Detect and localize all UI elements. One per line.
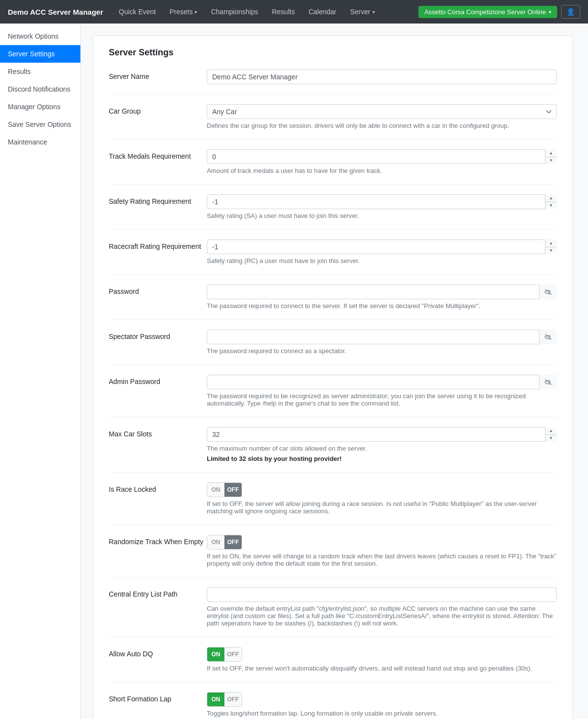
randomize-track-on-label: ON	[207, 535, 224, 549]
allow-auto-dq-on-label: ON	[207, 647, 224, 661]
is-race-locked-toggle[interactable]: ON OFF	[207, 482, 242, 497]
track-medals-row: Track Medals Requirement ▲ ▼ Amount of t…	[109, 149, 557, 185]
nav-results[interactable]: Results	[266, 4, 301, 20]
safety-rating-help: Safety rating (SA) a user must have to j…	[207, 212, 557, 219]
track-medals-label: Track Medals Requirement	[109, 149, 207, 160]
safety-rating-up[interactable]: ▲	[545, 194, 557, 202]
sidebar: Network Options Server Settings Results …	[0, 24, 81, 719]
max-car-slots-row: Max Car Slots ▲ ▼ The maximum number of …	[109, 427, 557, 473]
randomize-track-control: ON OFF If set to ON, the server will cha…	[207, 535, 557, 567]
safety-rating-down[interactable]: ▼	[545, 202, 557, 210]
server-name-control	[207, 70, 557, 84]
user-menu-button[interactable]: 👤	[561, 5, 580, 19]
track-medals-down[interactable]: ▼	[545, 157, 557, 165]
admin-password-label: Admin Password	[109, 375, 207, 385]
password-toggle-visibility[interactable]	[539, 285, 557, 299]
max-car-slots-help: The maximum number of car slots allowed …	[207, 445, 557, 452]
randomize-track-label: Randomize Track When Empty	[109, 535, 207, 546]
sidebar-item-network-options[interactable]: Network Options	[0, 27, 80, 45]
navbar-right: Assetto Corsa Competizione Server Online…	[418, 5, 580, 19]
safety-rating-input[interactable]	[207, 194, 557, 209]
nav-server[interactable]: Server ▾	[344, 4, 380, 20]
nav-championships[interactable]: Championships	[205, 4, 264, 20]
server-caret-icon: ▾	[372, 9, 375, 15]
nav-presets[interactable]: Presets ▾	[164, 4, 203, 20]
is-race-locked-control: ON OFF If set to OFF, the server will al…	[207, 482, 557, 515]
layout: Network Options Server Settings Results …	[0, 24, 588, 719]
car-group-control: Any Car GT3 GT4 Cup Defines the car grou…	[207, 104, 557, 129]
short-formation-lap-on-label: ON	[207, 693, 224, 706]
sidebar-item-server-settings[interactable]: Server Settings	[0, 45, 80, 63]
car-group-select[interactable]: Any Car GT3 GT4 Cup	[207, 104, 557, 119]
racecraft-rating-spinwrap: ▲ ▼	[207, 240, 557, 254]
racecraft-rating-up[interactable]: ▲	[545, 240, 557, 247]
page-title: Server Settings	[109, 48, 557, 58]
sidebar-item-save-server-options[interactable]: Save Server Options	[0, 116, 80, 133]
short-formation-lap-off-label: OFF	[224, 693, 242, 706]
main-content: Server Settings Server Name Car Group An…	[81, 24, 588, 719]
max-car-slots-spinwrap: ▲ ▼	[207, 427, 557, 442]
navbar-brand: Demo ACC Server Manager	[8, 8, 103, 16]
max-car-slots-up[interactable]: ▲	[545, 427, 557, 435]
is-race-locked-on-label: ON	[207, 483, 224, 497]
central-entry-list-help: Can override the default entryList path …	[207, 605, 557, 627]
short-formation-lap-row: Short Formation Lap ON OFF Toggles long/…	[109, 692, 557, 719]
randomize-track-toggle[interactable]: ON OFF	[207, 535, 242, 550]
safety-rating-label: Safety Rating Requirement	[109, 194, 207, 205]
password-help: The password required to connect to the …	[207, 302, 557, 310]
sidebar-item-maintenance[interactable]: Maintenance	[0, 133, 80, 151]
password-row: Password The password required to connec…	[109, 285, 557, 320]
spectator-password-input[interactable]	[207, 330, 557, 344]
randomize-track-off-label: OFF	[224, 535, 242, 549]
is-race-locked-row: Is Race Locked ON OFF If set to OFF, the…	[109, 482, 557, 525]
racecraft-rating-down[interactable]: ▼	[545, 247, 557, 255]
spectator-password-toggle-visibility[interactable]	[539, 330, 557, 344]
track-medals-input[interactable]	[207, 149, 557, 164]
allow-auto-dq-control: ON OFF If set to OFF, the server won't a…	[207, 647, 557, 672]
spectator-password-help: The password required to connect as a sp…	[207, 347, 557, 355]
admin-password-input[interactable]	[207, 375, 557, 389]
short-formation-lap-toggle[interactable]: ON OFF	[207, 692, 242, 707]
admin-password-wrap	[207, 375, 557, 389]
eye-slash-icon-spectator	[544, 334, 552, 340]
server-name-input[interactable]	[207, 70, 557, 84]
password-control: The password required to connect to the …	[207, 285, 557, 310]
max-car-slots-spinner: ▲ ▼	[545, 427, 557, 442]
randomize-track-row: Randomize Track When Empty ON OFF If set…	[109, 535, 557, 577]
admin-password-help: The password required to be recognized a…	[207, 392, 557, 407]
allow-auto-dq-help: If set to OFF, the server won't automati…	[207, 665, 557, 672]
admin-password-row: Admin Password The password required to …	[109, 375, 557, 417]
track-medals-spinwrap: ▲ ▼	[207, 149, 557, 164]
short-formation-lap-help: Toggles long/short formation lap. Long f…	[207, 710, 557, 717]
server-status-badge[interactable]: Assetto Corsa Competizione Server Online…	[418, 6, 557, 18]
allow-auto-dq-off-label: OFF	[224, 647, 242, 661]
spectator-password-control: The password required to connect as a sp…	[207, 330, 557, 355]
nav-quick-event[interactable]: Quick Event	[113, 4, 162, 20]
sidebar-item-discord-notifications[interactable]: Discord Notifications	[0, 80, 80, 98]
short-formation-lap-label: Short Formation Lap	[109, 692, 207, 703]
content-box: Server Settings Server Name Car Group An…	[93, 35, 573, 719]
admin-password-toggle-visibility[interactable]	[539, 375, 557, 389]
password-wrap	[207, 285, 557, 299]
sidebar-item-results[interactable]: Results	[0, 63, 80, 80]
track-medals-up[interactable]: ▲	[545, 149, 557, 157]
central-entry-list-input[interactable]	[207, 587, 557, 602]
password-input[interactable]	[207, 285, 557, 299]
central-entry-list-row: Central Entry List Path Can override the…	[109, 587, 557, 637]
nav-calendar[interactable]: Calendar	[303, 4, 343, 20]
safety-rating-row: Safety Rating Requirement ▲ ▼ Safety rat…	[109, 194, 557, 230]
server-name-label: Server Name	[109, 70, 207, 80]
car-group-label: Car Group	[109, 104, 207, 115]
max-car-slots-down[interactable]: ▼	[545, 435, 557, 442]
racecraft-rating-row: Racecraft Rating Requirement ▲ ▼ Safety …	[109, 240, 557, 275]
max-car-slots-input[interactable]	[207, 427, 557, 442]
allow-auto-dq-toggle[interactable]: ON OFF	[207, 647, 242, 662]
max-car-slots-label: Max Car Slots	[109, 427, 207, 438]
short-formation-lap-control: ON OFF Toggles long/short formation lap.…	[207, 692, 557, 717]
sidebar-item-manager-options[interactable]: Manager Options	[0, 98, 80, 116]
racecraft-rating-input[interactable]	[207, 240, 557, 254]
track-medals-spinner: ▲ ▼	[545, 149, 557, 164]
track-medals-help: Amount of track medals a user has to hav…	[207, 167, 557, 174]
eye-slash-icon-admin	[544, 379, 552, 385]
central-entry-list-control: Can override the default entryList path …	[207, 587, 557, 627]
